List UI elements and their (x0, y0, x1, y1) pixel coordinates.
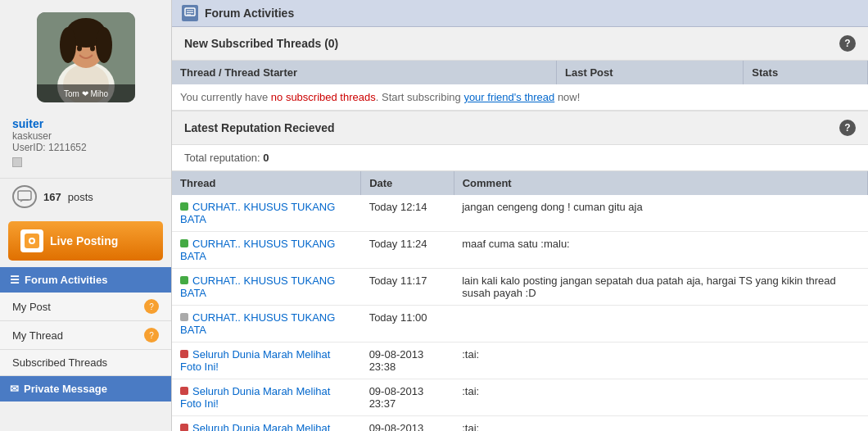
live-posting-icon (20, 229, 43, 252)
posts-label: posts (68, 191, 93, 203)
posts-count-bar: 167 posts (0, 178, 171, 215)
rep-row-thread: Seluruh Dunia Marah Melihat Foto Ini! (172, 379, 361, 416)
svg-point-6 (96, 27, 112, 63)
live-posting-label: Live Posting (50, 234, 118, 247)
forum-activities-icon: ☰ (10, 274, 20, 286)
rep-thread-link[interactable]: Seluruh Dunia Marah Melihat Foto Ini! (180, 348, 330, 373)
subscribe-link[interactable]: your friend's thread (463, 91, 554, 103)
user-info: suiter kaskuser UserID: 1211652 (0, 117, 171, 178)
forum-activities-label: Forum Activities (25, 274, 107, 286)
page-header-icon (182, 5, 198, 21)
sidebar-item-my-post[interactable]: My Post ? (0, 293, 171, 321)
rep-row-date: 09-08-2013 23:37 (361, 379, 454, 416)
username: suiter (12, 117, 159, 130)
reputation-total: Total reputation: 0 (172, 145, 868, 171)
user-role: kaskuser (12, 130, 159, 142)
subscribed-threads-header: New Subscribed Threads (0) ? (172, 27, 868, 61)
rep-col-thread: Thread (172, 171, 361, 195)
rep-row-date: 09-08-2013 23:36 (361, 416, 454, 432)
rep-thread-link[interactable]: Seluruh Dunia Marah Melihat Foto Ini! (180, 422, 330, 431)
private-message-icon: ✉ (10, 383, 19, 395)
col-thread-starter: Thread / Thread Starter (172, 61, 557, 84)
total-rep-value: 0 (263, 152, 269, 164)
rep-row-comment (454, 306, 867, 343)
rep-dot-gray (180, 313, 188, 321)
rep-row-thread: Seluruh Dunia Marah Melihat Foto Ini! (172, 416, 361, 432)
avatar-box: Tom ❤ Miho (0, 0, 171, 117)
rep-row-date: Today 12:14 (361, 195, 454, 232)
rep-row-comment: jangan cengeng dong ! cuman gitu aja (454, 195, 867, 232)
posts-number: 167 (43, 191, 61, 203)
svg-point-14 (30, 239, 34, 243)
svg-point-8 (90, 46, 95, 52)
rep-row-comment: lain kali kalo posting jangan sepatah du… (454, 269, 867, 306)
rep-row-comment: :tai: (454, 416, 867, 432)
rep-table-row: CURHAT.. KHUSUS TUKANG BATAToday 11:24ma… (172, 232, 868, 269)
rep-row-comment: :tai: (454, 379, 867, 416)
rep-table-row: CURHAT.. KHUSUS TUKANG BATAToday 12:14ja… (172, 195, 868, 232)
reputation-help[interactable]: ? (839, 120, 856, 136)
svg-point-5 (60, 27, 76, 63)
rep-table-row: Seluruh Dunia Marah Melihat Foto Ini!09-… (172, 379, 868, 416)
rep-table-row: Seluruh Dunia Marah Melihat Foto Ini!09-… (172, 343, 868, 379)
rep-row-thread: CURHAT.. KHUSUS TUKANG BATA (172, 232, 361, 269)
rep-table-row: CURHAT.. KHUSUS TUKANG BATAToday 11:17la… (172, 269, 868, 306)
subscribed-threads-help[interactable]: ? (839, 35, 856, 52)
rep-row-comment: :tai: (454, 343, 867, 379)
forum-activities-nav[interactable]: ☰ Forum Activities (0, 267, 171, 293)
reputation-header: Latest Reputation Recieved ? (172, 111, 868, 145)
private-message-nav[interactable]: ✉ Private Message (0, 376, 171, 402)
avatar: Tom ❤ Miho (37, 12, 135, 102)
page-header-title: Forum Activities (205, 7, 294, 20)
page-header: Forum Activities (172, 0, 868, 27)
rep-dot-green (180, 276, 188, 284)
no-threads-highlight: no subscribed threads (271, 91, 376, 103)
sidebar-item-my-thread[interactable]: My Thread ? (0, 321, 171, 350)
rep-thread-link[interactable]: CURHAT.. KHUSUS TUKANG BATA (180, 201, 335, 225)
subscribed-threads-title: New Subscribed Threads (0) (184, 37, 338, 50)
subscribed-table-header-row: Thread / Thread Starter Last Post Stats (172, 61, 868, 84)
no-threads-text-after: now! (554, 91, 580, 103)
my-post-label: My Post (12, 301, 51, 313)
rep-table-row: Seluruh Dunia Marah Melihat Foto Ini!09-… (172, 416, 868, 432)
sidebar: Tom ❤ Miho suiter kaskuser UserID: 12116… (0, 0, 172, 431)
rep-row-date: Today 11:24 (361, 232, 454, 269)
rep-col-date: Date (361, 171, 454, 195)
subscribed-threads-table: Thread / Thread Starter Last Post Stats … (172, 61, 868, 111)
reputation-table: Thread Date Comment CURHAT.. KHUSUS TUKA… (172, 171, 868, 431)
posts-icon (12, 185, 37, 208)
no-threads-text-middle: . Start subscribing (376, 91, 464, 103)
no-threads-text-before: You currently have (180, 91, 271, 103)
rep-thread-link[interactable]: CURHAT.. KHUSUS TUKANG BATA (180, 274, 335, 299)
subscribed-threads-section: New Subscribed Threads (0) ? Thread / Th… (172, 27, 868, 111)
rep-row-date: 09-08-2013 23:38 (361, 343, 454, 379)
rep-dot-red (180, 350, 188, 358)
private-message-label: Private Message (24, 383, 107, 395)
rep-dot-red (180, 387, 188, 395)
reputation-title: Latest Reputation Recieved (184, 121, 335, 134)
sidebar-item-subscribed-threads[interactable]: Subscribed Threads (0, 350, 171, 376)
sidebar-menu: My Post ? My Thread ? Subscribed Threads (0, 293, 171, 376)
rep-dot-green (180, 202, 188, 211)
rep-row-thread: CURHAT.. KHUSUS TUKANG BATA (172, 269, 361, 306)
col-last-post: Last Post (557, 61, 744, 84)
rep-dot-red (180, 424, 188, 431)
reputation-section: Latest Reputation Recieved ? Total reput… (172, 111, 868, 431)
no-threads-row: You currently have no subscribed threads… (172, 84, 868, 111)
rep-row-date: Today 11:00 (361, 306, 454, 343)
svg-rect-11 (18, 191, 31, 200)
live-posting-button[interactable]: Live Posting (8, 221, 163, 261)
user-status (12, 157, 22, 167)
user-id: UserID: 1211652 (12, 142, 159, 153)
rep-thread-link[interactable]: CURHAT.. KHUSUS TUKANG BATA (180, 238, 335, 262)
rep-col-comment: Comment (454, 171, 867, 195)
rep-row-date: Today 11:17 (361, 269, 454, 306)
total-rep-label: Total reputation: (184, 152, 260, 164)
rep-row-thread: CURHAT.. KHUSUS TUKANG BATA (172, 195, 361, 232)
rep-thread-link[interactable]: CURHAT.. KHUSUS TUKANG BATA (180, 311, 335, 336)
subscribed-threads-label: Subscribed Threads (12, 356, 107, 369)
rep-thread-link[interactable]: Seluruh Dunia Marah Melihat Foto Ini! (180, 385, 330, 410)
rep-table-row: CURHAT.. KHUSUS TUKANG BATAToday 11:00 (172, 306, 868, 343)
my-post-badge: ? (144, 299, 159, 314)
col-stats: Stats (744, 61, 868, 84)
